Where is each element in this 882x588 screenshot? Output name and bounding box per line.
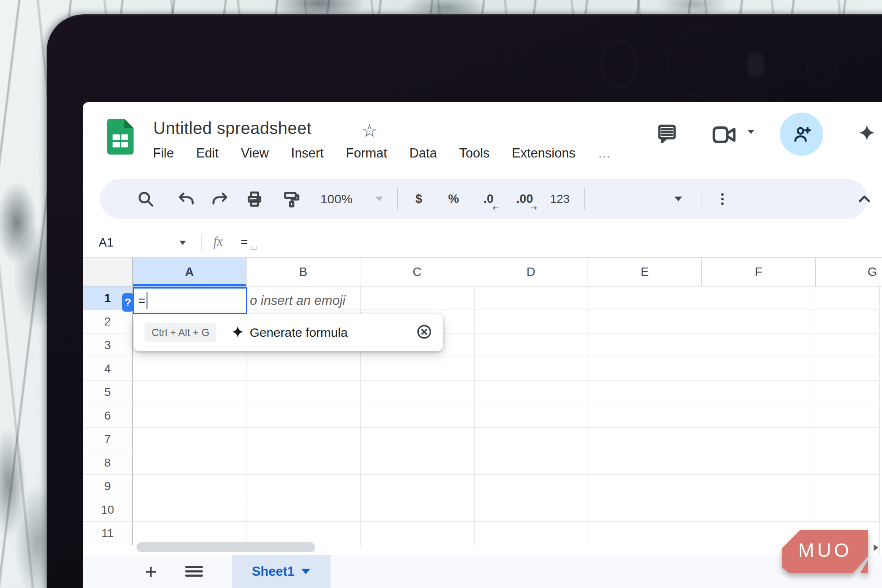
gemini-sparkle-icon[interactable] <box>858 123 876 144</box>
redo-icon[interactable] <box>211 179 229 219</box>
format-percent-button[interactable]: % <box>444 179 463 219</box>
menu-tools[interactable]: Tools <box>459 146 489 161</box>
name-box[interactable]: A1 <box>99 236 113 249</box>
row-header-10[interactable]: 10 <box>83 498 133 522</box>
select-all-corner[interactable] <box>83 257 133 286</box>
sheets-logo-icon[interactable] <box>107 119 134 155</box>
all-sheets-icon[interactable] <box>185 566 203 568</box>
row-header-5[interactable]: 5 <box>83 381 133 404</box>
sheet-tab-dropdown-icon[interactable] <box>301 569 310 574</box>
row-header-9[interactable]: 9 <box>83 475 133 498</box>
name-box-dropdown-icon[interactable] <box>179 241 186 245</box>
google-sheets-window: Untitled spreadsheet ☆ File Edit View In… <box>83 102 882 588</box>
vertical-scrollbar[interactable] <box>879 257 882 555</box>
toolbar-divider <box>584 188 585 210</box>
sheet-tab[interactable]: Sheet1 <box>232 555 331 588</box>
column-header-E[interactable]: E <box>588 257 702 286</box>
sheet-tab-label: Sheet1 <box>252 564 295 579</box>
active-cell-editor[interactable]: = <box>133 287 247 314</box>
row-header-2[interactable]: 2 <box>83 310 133 333</box>
horizontal-scrollbar[interactable] <box>136 542 315 552</box>
menubar: File Edit View Insert Format Data Tools … <box>153 146 612 161</box>
undo-icon[interactable] <box>177 179 195 219</box>
menu-file[interactable]: File <box>153 146 174 161</box>
gridline <box>474 286 475 546</box>
menu-view[interactable]: View <box>241 146 269 161</box>
paint-format-icon[interactable] <box>282 179 301 219</box>
share-button[interactable] <box>780 113 823 156</box>
column-header-B[interactable]: B <box>247 257 360 286</box>
menu-extensions[interactable]: Extensions <box>512 146 576 161</box>
shortcut-badge: Ctrl + Alt + G <box>144 323 216 342</box>
muo-watermark-text: MUO <box>798 539 852 562</box>
formula-input[interactable]: = <box>241 235 248 249</box>
generate-formula-button[interactable]: Generate formula <box>249 326 347 340</box>
cell-ghost-hint: o insert an emoji <box>250 287 345 314</box>
video-call-icon[interactable] <box>712 126 736 146</box>
gridline <box>816 286 816 546</box>
column-header-F[interactable]: F <box>702 257 816 286</box>
menu-insert[interactable]: Insert <box>291 146 324 161</box>
sheet-bar: + Sheet1 <box>83 555 882 588</box>
toolbar-dropdown-icon[interactable] <box>675 179 682 219</box>
add-sheet-button[interactable]: + <box>138 555 163 588</box>
zoom-control[interactable]: 100% <box>313 179 360 219</box>
camera-lens-reflection <box>667 29 735 97</box>
column-header-D[interactable]: D <box>474 257 588 286</box>
column-header-A[interactable]: A <box>133 257 247 286</box>
more-options-icon[interactable] <box>717 179 727 219</box>
toolbar-divider <box>397 188 398 210</box>
cell-help-badge[interactable]: ? <box>122 293 134 312</box>
camera-lens-reflection <box>601 40 637 87</box>
document-title[interactable]: Untitled spreadsheet <box>153 119 312 138</box>
gridline <box>702 286 702 546</box>
row-header-4[interactable]: 4 <box>83 357 133 381</box>
sheets-logo-grid <box>113 134 128 147</box>
collapse-toolbar-icon[interactable] <box>856 179 873 219</box>
sparkle-icon <box>231 325 244 341</box>
decrease-decimal-button[interactable]: .0← <box>478 179 499 219</box>
scroll-right-icon[interactable] <box>874 544 878 551</box>
more-formats-button[interactable]: 123 <box>546 179 574 219</box>
text-cursor <box>147 292 147 309</box>
comment-icon[interactable] <box>656 123 678 146</box>
person-add-icon <box>792 125 812 144</box>
generate-formula-popup: Ctrl + Alt + G Generate formula <box>134 314 443 351</box>
menu-format[interactable]: Format <box>346 146 387 161</box>
screenshot-stage: Untitled spreadsheet ☆ File Edit View In… <box>0 0 882 588</box>
camera-lens-reflection <box>746 51 765 79</box>
formula-cursor <box>251 246 257 250</box>
close-icon[interactable] <box>416 324 432 341</box>
toolbar: 100% $ % .0← .00→ 123 <box>100 179 867 219</box>
format-currency-button[interactable]: $ <box>410 179 428 219</box>
column-header-G[interactable]: G <box>816 257 882 286</box>
menu-data[interactable]: Data <box>410 146 437 161</box>
search-icon[interactable] <box>137 179 155 219</box>
menu-edit[interactable]: Edit <box>196 146 218 161</box>
formula-bar-row: A1 fx = <box>83 229 882 257</box>
video-call-dropdown-icon[interactable] <box>748 130 754 134</box>
row-header-3[interactable]: 3 <box>83 333 133 357</box>
menu-overflow[interactable]: … <box>598 146 612 161</box>
camera-lens-reflection <box>806 55 836 86</box>
row-header-8[interactable]: 8 <box>83 451 133 475</box>
row-header-7[interactable]: 7 <box>83 428 133 451</box>
gridline <box>588 286 588 546</box>
muo-watermark: MUO <box>782 528 869 575</box>
increase-decimal-button[interactable]: .00→ <box>512 179 537 219</box>
zoom-dropdown-icon[interactable] <box>375 179 383 219</box>
row-header-11[interactable]: 11 <box>83 522 133 545</box>
sheets-logo-fold <box>124 119 134 128</box>
formula-bar-divider <box>201 234 202 252</box>
row-header-6[interactable]: 6 <box>83 404 133 428</box>
toolbar-divider <box>701 188 701 210</box>
cell-editor-value: = <box>138 294 145 308</box>
print-icon[interactable] <box>245 179 264 219</box>
fx-icon: fx <box>213 234 223 249</box>
column-header-C[interactable]: C <box>360 257 474 286</box>
star-icon[interactable]: ☆ <box>362 121 378 141</box>
